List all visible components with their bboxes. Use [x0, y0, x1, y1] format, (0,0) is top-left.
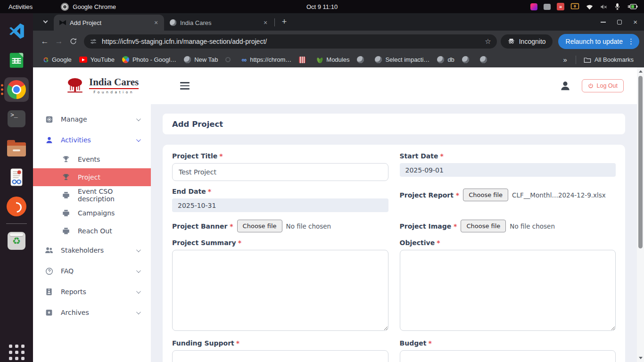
bookmark-item[interactable]: ∞https://chrom…	[238, 54, 295, 65]
screenshot-indicator-icon[interactable]: »	[557, 3, 564, 10]
screen-cast-icon[interactable]	[570, 3, 579, 10]
funding-support-label: Funding Support*	[172, 339, 388, 347]
wifi-icon[interactable]	[586, 3, 594, 10]
system-tray[interactable]: »	[530, 3, 638, 11]
project-banner-choose-file-button[interactable]: Choose file	[237, 220, 282, 232]
objective-textarea[interactable]	[400, 250, 616, 331]
dock-item-vscode[interactable]	[4, 19, 29, 43]
system-top-bar: Activities Google Chrome Oct 9 11:10 »	[0, 0, 644, 13]
ring-icon	[225, 57, 231, 62]
end-date-input[interactable]	[172, 198, 388, 212]
sidebar-item-project[interactable]: Project	[33, 168, 151, 186]
microphone-icon[interactable]	[614, 3, 621, 11]
sidebar-toggle-button[interactable]	[180, 82, 190, 90]
dock-item-libreoffice-calc[interactable]	[4, 48, 29, 73]
all-bookmarks-button[interactable]: All Bookmarks	[580, 54, 637, 65]
india-cares-logo[interactable]: India Cares Foundation	[65, 77, 139, 94]
end-date-field: End Date*	[172, 188, 388, 212]
sidebar-item-reports[interactable]: Reports	[33, 281, 151, 302]
app-grid-button[interactable]	[9, 345, 25, 360]
bookmarks-divider	[576, 56, 576, 64]
scroll-down-arrow[interactable]	[637, 354, 644, 362]
bookmark-item[interactable]	[295, 55, 313, 65]
sidebar-item-activities[interactable]: Activities	[33, 130, 151, 150]
address-bar[interactable]: https://icfnv5-staging.icfn.in/manage-se…	[84, 34, 497, 49]
bookmark-item[interactable]: db	[433, 54, 458, 65]
url-text[interactable]: https://icfnv5-staging.icfn.in/manage-se…	[102, 38, 480, 45]
tab-india-cares[interactable]: India Cares ×	[164, 15, 273, 31]
volume-muted-icon[interactable]	[600, 3, 608, 10]
dock-item-files[interactable]	[4, 136, 29, 160]
battery-charging-icon[interactable]	[627, 3, 638, 10]
project-summary-textarea[interactable]	[172, 250, 388, 331]
tab-close-icon[interactable]: ×	[152, 18, 160, 27]
budget-input[interactable]	[400, 350, 616, 362]
sidebar-item-archives[interactable]: Archives	[33, 302, 151, 323]
scroll-up-arrow[interactable]	[637, 68, 644, 75]
close-window-button[interactable]: ×	[633, 18, 637, 25]
chevron-down-icon	[136, 268, 141, 273]
printer-icon	[61, 226, 71, 236]
bookmark-item[interactable]: New Tab	[180, 54, 222, 65]
tab-add-project[interactable]: Add Project ×	[54, 15, 164, 31]
funding-support-input[interactable]	[172, 350, 388, 362]
sidebar-item-stakeholders[interactable]: Stakeholders	[33, 240, 151, 261]
bookmark-item[interactable]: Photo - Googl…	[118, 54, 180, 65]
activities-button[interactable]: Activities	[8, 3, 33, 10]
browser-menu-icon[interactable]: ⋮	[627, 37, 635, 46]
project-image-field: Project Image * Choose file No file chos…	[400, 219, 616, 232]
window-controls: ×	[601, 13, 637, 31]
postman-icon	[7, 197, 26, 216]
forward-button[interactable]: →	[52, 34, 66, 49]
bookmark-item[interactable]: Modules	[313, 54, 353, 65]
bookmark-item[interactable]	[353, 54, 371, 65]
bookmark-item[interactable]	[476, 54, 494, 65]
sidebar-item-manage[interactable]: Manage	[33, 109, 151, 130]
sidebar-item-campaigns[interactable]: Campaigns	[33, 204, 151, 222]
bookmark-item[interactable]	[458, 54, 476, 65]
logout-button[interactable]: Log Out	[582, 79, 624, 92]
user-profile-icon[interactable]	[559, 80, 571, 92]
page-scrollbar[interactable]	[637, 67, 644, 362]
dock-item-document-viewer[interactable]	[4, 165, 29, 189]
dock-item-terminal[interactable]: >_	[4, 107, 29, 131]
tab-close-icon[interactable]: ×	[261, 18, 270, 27]
project-report-choose-file-button[interactable]: Choose file	[463, 189, 508, 201]
minimize-button[interactable]	[601, 22, 606, 23]
new-tab-button[interactable]: +	[278, 15, 291, 28]
relaunch-to-update-button[interactable]: Relaunch to update ⋮	[558, 34, 639, 49]
page-content: India Cares Foundation Log Out	[33, 67, 644, 362]
chat-indicator-icon[interactable]	[544, 4, 551, 10]
site-settings-icon[interactable]	[90, 38, 97, 45]
back-button[interactable]: ←	[38, 34, 52, 49]
sidebar-item-faq[interactable]: FAQ	[33, 261, 151, 281]
printer-icon	[61, 208, 71, 218]
reload-button[interactable]	[66, 34, 80, 49]
sidebar-item-events[interactable]: Events	[33, 150, 151, 168]
dock-item-google-chrome[interactable]	[4, 77, 29, 102]
bookmarks-overflow-button[interactable]: »	[559, 56, 572, 64]
scrollbar-thumb[interactable]	[638, 76, 643, 248]
add-project-form: Project Title* Start Date* End Date*	[163, 145, 625, 362]
focused-app-menu[interactable]: Google Chrome	[61, 3, 116, 11]
sidebar-item-reach-out[interactable]: Reach Out	[33, 222, 151, 240]
dock-item-trash[interactable]: ♻	[4, 229, 29, 253]
browser-toolbar: ← → https://icfnv5-staging.icfn.in/manag…	[33, 31, 644, 52]
project-title-input[interactable]	[172, 163, 388, 181]
app-indicator-icon[interactable]	[530, 3, 537, 10]
maximize-button[interactable]	[617, 20, 622, 25]
clock[interactable]: Oct 9 11:10	[306, 3, 338, 10]
site-header: India Cares Foundation Log Out	[33, 67, 637, 104]
project-image-choose-file-button[interactable]: Choose file	[461, 220, 506, 232]
bookmark-star-icon[interactable]: ☆	[485, 37, 491, 46]
bookmark-item[interactable]: GGoogle	[40, 54, 75, 66]
bookmark-item[interactable]: YouTube	[75, 54, 118, 65]
incognito-badge: Incognito	[501, 34, 553, 49]
tab-search-button[interactable]	[39, 15, 52, 28]
dock-item-postman[interactable]	[4, 194, 29, 219]
bookmark-item[interactable]	[222, 55, 238, 64]
sidebar-item-event-cso-description[interactable]: Event CSO description	[33, 186, 151, 204]
tab-title: Add Project	[70, 19, 148, 26]
bookmark-item[interactable]: Select impacti…	[371, 54, 433, 65]
start-date-input[interactable]	[400, 163, 616, 177]
